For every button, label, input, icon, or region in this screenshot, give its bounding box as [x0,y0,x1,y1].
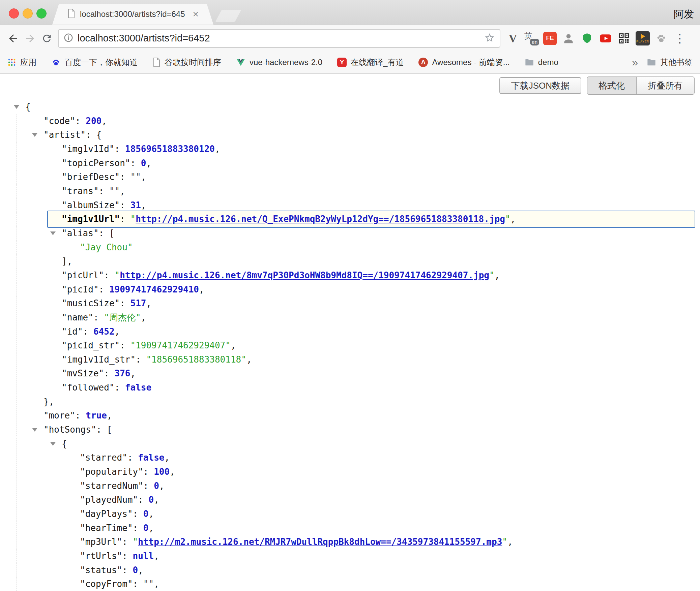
bookmarks-overflow-icon[interactable]: » [632,56,638,69]
collapse-toggle-icon[interactable] [50,442,56,446]
json-line: "hearTime": 0, [0,521,700,535]
json-line: "followed": false [0,381,700,395]
json-line: "musicSize": 517, [0,297,700,311]
json-line: "img1v1Id_str": "18569651883380118", [0,353,700,367]
omnibox-url-field[interactable]: localhost:3000/artists?id=6452 [58,29,500,48]
paw-extension-icon[interactable] [653,31,669,46]
json-line-content: "briefDesc": "", [62,172,146,182]
person-extension-icon[interactable] [561,31,576,46]
json-punctuation: : [133,579,143,589]
json-line-content: "img1v1Id_str": "18569651883380118", [62,354,252,365]
indent-guide [35,493,35,507]
collapse-toggle-icon[interactable] [14,105,19,109]
json-string: " [133,537,138,547]
indent-guide [17,465,17,479]
json-key: "dayPlays" [80,509,133,519]
json-line-content: "name": "周杰伦", [62,312,146,322]
indent-guide [17,142,17,156]
bookmark-item-vue-hackernews[interactable]: vue-hackernews-2.0 [236,58,322,67]
json-url-link[interactable]: http://p4.music.126.net/Q_ExePNkmqB2yWyL… [136,214,505,224]
indent-guide [17,367,17,381]
indent-guide [53,241,53,255]
bookmark-label: vue-hackernews-2.0 [250,58,322,67]
json-punctuation: , [141,172,146,182]
indent-guide [35,339,35,353]
json-string: " [115,270,120,280]
bookmark-item-youdao-translate[interactable]: Y 在线翻译_有道 [337,57,404,68]
bookmark-item-demo-folder[interactable]: demo [525,58,558,67]
translate-extension-icon[interactable]: 英 en [524,31,539,46]
browser-tab[interactable]: localhost:3000/artists?id=645 × [52,4,213,25]
minimize-window-button[interactable] [23,8,33,19]
reload-button[interactable] [38,30,55,47]
json-line: "briefDesc": "", [0,170,700,184]
indent-guide [35,549,35,563]
close-window-button[interactable] [9,8,19,19]
fehelper-extension-icon[interactable]: FE [542,31,558,46]
indent-guide [35,241,35,255]
collapse-toggle-icon[interactable] [32,133,37,137]
json-punctuation: : [93,312,104,322]
forward-button[interactable] [22,30,38,47]
json-url-link[interactable]: http://m2.music.126.net/RMJR7wDullRqppBk… [138,537,502,547]
zoom-window-button[interactable] [36,8,47,19]
baidu-paw-icon [51,58,61,67]
json-punctuation: , [246,354,252,365]
indent-guide [17,423,17,437]
shield-extension-icon[interactable] [579,31,595,46]
indent-guide [17,353,17,367]
collapse-all-button[interactable]: 折叠所有 [637,77,694,94]
indent-guide [17,311,17,325]
json-number: 0 [143,509,149,519]
bookmark-star-icon[interactable] [484,32,495,44]
json-punctuation: : [104,368,114,378]
indent-guide [17,156,17,170]
site-info-icon[interactable] [63,33,74,44]
bookmark-item-awesomes[interactable]: A Awesomes - 前端资... [418,57,509,68]
format-collapse-segment: 格式化 折叠所有 [587,76,695,95]
json-number: 100 [154,467,170,477]
profile-name[interactable]: 阿发 [674,7,694,21]
json-line: "starredNum": 0, [0,479,700,493]
folder-icon [647,58,656,67]
other-bookmarks-folder[interactable]: 其他书签 [647,57,693,68]
json-line-content: "hearTime": 0, [80,523,154,533]
bookmark-item-baidu[interactable]: 百度一下，你就知道 [51,57,138,68]
indent-guide [17,226,17,241]
json-url-link[interactable]: http://p4.music.126.net/8mv7qP30Pd3oHW8b… [120,270,489,280]
collapse-toggle-icon[interactable] [50,231,56,235]
json-key: "id" [62,326,83,337]
new-tab-button[interactable] [215,10,241,22]
json-punctuation: : [133,523,143,533]
json-key: "mp3Url" [80,537,122,547]
json-punctuation: , [154,579,159,589]
youtube-extension-icon[interactable] [598,31,613,46]
indent-guide [35,521,35,535]
json-punctuation: , [130,368,136,378]
json-string: " [130,214,136,224]
collapse-toggle-icon[interactable] [32,428,37,432]
json-line-content: "code": 200, [43,116,107,126]
json-punctuation: : [104,270,114,280]
json-punctuation: : [120,214,130,224]
page-content: 下载JSON数据 格式化 折叠所有 {"code": 200,"artist":… [0,74,700,590]
tab-title: localhost:3000/artists?id=645 [80,9,189,19]
json-line: { [0,437,700,451]
bookmark-item-google-sort[interactable]: 谷歌按时间排序 [152,57,221,68]
json-line-content: "picUrl": "http://p4.music.126.net/8mv7q… [62,270,500,280]
back-button[interactable] [5,30,22,47]
download-json-button[interactable]: 下载JSON数据 [499,77,581,94]
vimium-extension-icon[interactable]: V [505,31,521,46]
format-button[interactable]: 格式化 [587,77,637,94]
json-line-content: "artist": { [43,130,101,140]
tab-close-icon[interactable]: × [193,9,199,19]
json-punctuation: , [146,158,151,168]
json-key: "rtUrls" [80,551,122,561]
bookmark-item-apps[interactable]: 应用 [7,57,36,68]
json-line-content: "playedNum": 0, [80,495,159,505]
player-extension-icon[interactable]: PLAYER [635,31,650,46]
json-line-content: "picId_str": "19097417462929407", [62,340,236,350]
qrcode-extension-icon[interactable] [616,31,632,46]
browser-menu-icon[interactable]: ⋮ [672,31,688,46]
json-punctuation: , [154,495,159,505]
